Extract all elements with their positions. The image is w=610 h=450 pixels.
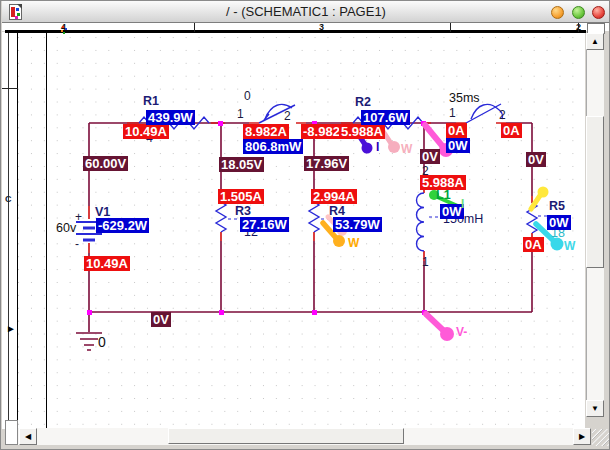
component-text: 0: [98, 334, 106, 350]
current-label: 1.505A: [218, 189, 264, 204]
resize-grip[interactable]: [592, 429, 609, 446]
component-text: R1: [143, 94, 159, 108]
scroll-left-button[interactable]: ◀: [19, 428, 37, 445]
page-frame-border: [46, 33, 47, 429]
ruler-tick: [578, 23, 579, 32]
current-label: 2.994A: [311, 189, 357, 204]
power-label: 53.79W: [333, 217, 382, 232]
component-text: 35ms: [449, 91, 480, 105]
title-bar[interactable]: / - (SCHEMATIC1 : PAGE1): [2, 1, 610, 23]
component-text: 60v: [56, 221, 76, 235]
component-text: 1: [422, 255, 429, 269]
schematic-window: / - (SCHEMATIC1 : PAGE1) C ►: [0, 0, 610, 450]
ruler-tick: [194, 23, 195, 32]
power-label: 27.16W: [240, 217, 289, 232]
component-text: L1: [436, 188, 451, 202]
left-ruler: [2, 32, 18, 429]
component-text: 1: [449, 106, 456, 120]
component-text: V1: [95, 205, 110, 219]
scroll-up-button[interactable]: ▲: [586, 33, 604, 50]
power-label: 439.9W: [146, 110, 195, 125]
power-label: -629.2W: [96, 218, 149, 233]
marker-label: W: [401, 142, 412, 156]
marker-label: W: [564, 239, 575, 253]
component-text: R3: [235, 204, 251, 218]
scroll-down-button[interactable]: ▼: [586, 400, 604, 417]
power-label: 0W: [440, 204, 464, 219]
component-text: 0: [244, 89, 251, 103]
component-text: R5: [549, 199, 565, 213]
cursor-crosshair: [62, 26, 64, 28]
current-label: 10.49A: [123, 124, 169, 139]
current-label: 5.988A: [339, 124, 385, 139]
power-label: 0W: [547, 215, 571, 230]
minimize-button[interactable]: [551, 6, 564, 19]
close-button[interactable]: [592, 6, 605, 19]
component-text: R4: [329, 204, 345, 218]
component-text: 2: [284, 109, 291, 123]
current-label: 0A: [523, 237, 544, 252]
component-text: +: [75, 210, 82, 224]
marker-label: V-: [456, 325, 467, 339]
ruler-tick: [450, 23, 451, 32]
window-title: / - (SCHEMATIC1 : PAGE1): [2, 4, 610, 19]
ruler-border: [5, 30, 586, 33]
power-label: 107.6W: [361, 110, 410, 125]
marker-label: I: [461, 197, 464, 211]
voltage-label: 60.00V: [83, 156, 128, 171]
component-text: -: [75, 237, 79, 251]
hscroll-left-corner: [5, 420, 18, 445]
scroll-right-button[interactable]: ▶: [573, 428, 591, 445]
left-ruler-mark: C: [5, 194, 12, 204]
horizontal-scroll-thumb[interactable]: [168, 428, 404, 444]
current-label: 0A: [501, 123, 522, 138]
zoom-button[interactable]: [572, 6, 585, 19]
marker-label: I: [376, 140, 379, 154]
voltage-label: 0V: [420, 149, 440, 164]
power-label: 806.8mW: [243, 139, 303, 154]
current-label: 0A: [446, 123, 467, 138]
ruler-mark: 3: [319, 22, 324, 32]
voltage-label: 0V: [151, 312, 171, 327]
current-label: 5.988A: [420, 175, 466, 190]
voltage-label: 0V: [526, 152, 546, 167]
voltage-label: 18.05V: [219, 157, 264, 172]
component-text: 1: [237, 107, 244, 121]
voltage-label: 17.96V: [304, 156, 349, 171]
ruler-pointer-icon: ►: [6, 323, 16, 334]
component-text: R2: [355, 95, 371, 109]
window-bottom-border: [1, 446, 610, 450]
current-label: 10.49A: [84, 256, 130, 271]
current-label: 8.982A: [243, 124, 289, 139]
power-label: 0W: [446, 138, 470, 153]
vertical-scroll-thumb[interactable]: [586, 116, 604, 268]
marker-label: W: [348, 236, 359, 250]
component-text: 2: [499, 108, 506, 122]
